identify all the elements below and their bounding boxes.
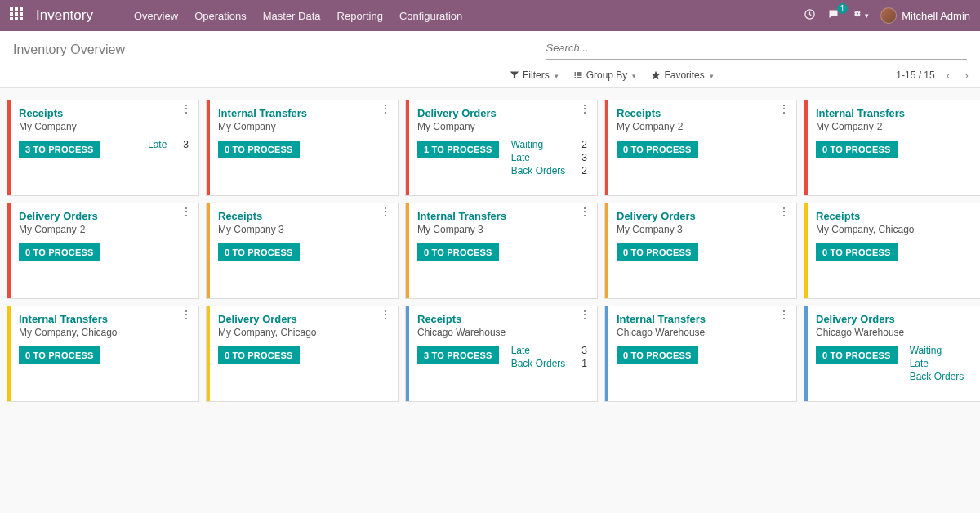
- card-body: ⋮ReceiptsMy Company3 TO PROCESSLate3: [11, 100, 198, 195]
- kanban-card[interactable]: ⋮Delivery OrdersMy Company 30 TO PROCESS: [604, 203, 797, 299]
- card-title[interactable]: Receipts: [816, 210, 980, 222]
- card-title[interactable]: Receipts: [617, 107, 788, 119]
- card-stats: Late3Back Orders1: [511, 344, 587, 370]
- menu-master-data[interactable]: Master Data: [255, 10, 329, 22]
- kebab-icon[interactable]: ⋮: [778, 311, 790, 318]
- process-button[interactable]: 1 TO PROCESS: [417, 141, 499, 158]
- menu-configuration[interactable]: Configuration: [391, 10, 470, 22]
- card-title[interactable]: Delivery Orders: [617, 210, 788, 222]
- stat-row[interactable]: Back Orders1: [910, 370, 980, 383]
- card-body: ⋮ReceiptsChicago Warehouse3 TO PROCESSLa…: [409, 306, 597, 401]
- card-subtitle: My Company-2: [816, 121, 980, 132]
- menu-reporting[interactable]: Reporting: [329, 10, 391, 22]
- process-button[interactable]: 0 TO PROCESS: [417, 243, 499, 261]
- topbar-right: 1 ▾ Mitchell Admin: [804, 7, 973, 24]
- chat-icon[interactable]: 1: [827, 8, 840, 23]
- card-title[interactable]: Internal Transfers: [417, 210, 589, 222]
- kanban-card[interactable]: ⋮Delivery OrdersMy Company-20 TO PROCESS: [7, 203, 199, 299]
- card-title[interactable]: Delivery Orders: [816, 313, 980, 325]
- kanban-card[interactable]: ⋮Delivery OrdersMy Company, Chicago0 TO …: [206, 306, 399, 402]
- search-input[interactable]: [546, 40, 967, 56]
- process-button[interactable]: 0 TO PROCESS: [617, 243, 698, 261]
- stat-label: Back Orders: [511, 357, 566, 370]
- card-title[interactable]: Internal Transfers: [218, 107, 390, 119]
- kanban-card[interactable]: ⋮ReceiptsMy Company3 TO PROCESSLate3: [7, 100, 199, 196]
- pager: 1-15 / 15 ‹ ›: [896, 69, 967, 82]
- process-button[interactable]: 0 TO PROCESS: [816, 346, 898, 364]
- kanban-card[interactable]: ⋮Internal TransfersMy Company0 TO PROCES…: [206, 100, 399, 196]
- process-button[interactable]: 0 TO PROCESS: [816, 243, 898, 261]
- menu-operations[interactable]: Operations: [186, 10, 255, 22]
- card-body: ⋮Delivery OrdersMy Company, Chicago0 TO …: [210, 306, 398, 401]
- card-subtitle: Chicago Warehouse: [816, 327, 980, 338]
- process-button[interactable]: 3 TO PROCESS: [19, 141, 100, 158]
- card-title[interactable]: Internal Transfers: [19, 313, 190, 325]
- process-button[interactable]: 0 TO PROCESS: [816, 141, 898, 158]
- kebab-icon[interactable]: ⋮: [180, 208, 192, 215]
- card-title[interactable]: Internal Transfers: [617, 313, 788, 325]
- kanban-card[interactable]: ⋮Delivery OrdersMy Company1 TO PROCESSWa…: [405, 100, 598, 196]
- app-brand[interactable]: Inventory: [36, 7, 93, 24]
- kebab-icon[interactable]: ⋮: [778, 208, 790, 215]
- stat-row[interactable]: Back Orders1: [511, 357, 587, 370]
- stat-row[interactable]: Waiting3: [910, 344, 980, 357]
- kanban-card[interactable]: ⋮Internal TransfersMy Company-20 TO PROC…: [804, 100, 980, 196]
- pager-prev[interactable]: ‹: [943, 69, 954, 82]
- kanban-card[interactable]: ⋮ReceiptsMy Company 30 TO PROCESS: [206, 203, 399, 299]
- stat-label: Late: [511, 344, 530, 357]
- card-title[interactable]: Internal Transfers: [816, 107, 980, 119]
- kanban-card[interactable]: ⋮Internal TransfersMy Company 30 TO PROC…: [405, 203, 598, 299]
- kebab-icon[interactable]: ⋮: [579, 311, 590, 318]
- filters-button[interactable]: Filters: [510, 69, 559, 81]
- process-button[interactable]: 3 TO PROCESS: [417, 346, 499, 364]
- card-body: ⋮ReceiptsMy Company 30 TO PROCESS: [210, 203, 398, 298]
- process-button[interactable]: 0 TO PROCESS: [617, 346, 698, 364]
- stat-row[interactable]: Late3: [511, 151, 587, 164]
- kebab-icon[interactable]: ⋮: [778, 105, 790, 112]
- favorites-label: Favorites: [664, 69, 704, 81]
- stat-value: 2: [581, 164, 587, 177]
- menu-overview[interactable]: Overview: [126, 10, 186, 22]
- favorites-button[interactable]: Favorites: [651, 69, 713, 81]
- kanban-card[interactable]: ⋮Internal TransfersMy Company, Chicago0 …: [7, 306, 199, 402]
- process-button[interactable]: 0 TO PROCESS: [19, 243, 100, 261]
- kebab-icon[interactable]: ⋮: [579, 208, 590, 215]
- process-button[interactable]: 0 TO PROCESS: [218, 243, 300, 261]
- stat-row[interactable]: Waiting2: [511, 138, 587, 151]
- card-title[interactable]: Delivery Orders: [19, 210, 190, 222]
- kebab-icon[interactable]: ⋮: [380, 208, 391, 215]
- kanban-board: ⋮ReceiptsMy Company3 TO PROCESSLate3⋮Int…: [0, 88, 980, 413]
- clock-icon[interactable]: [804, 8, 816, 23]
- card-title[interactable]: Delivery Orders: [218, 313, 390, 325]
- card-title[interactable]: Delivery Orders: [417, 107, 589, 119]
- card-body: ⋮ReceiptsMy Company, Chicago0 TO PROCESS: [808, 203, 980, 298]
- stat-row[interactable]: Late3: [511, 344, 587, 357]
- kanban-card[interactable]: ⋮Delivery OrdersChicago Warehouse0 TO PR…: [804, 306, 980, 402]
- kebab-icon[interactable]: ⋮: [180, 105, 192, 112]
- kebab-icon[interactable]: ⋮: [579, 105, 590, 112]
- user-menu[interactable]: Mitchell Admin: [880, 7, 970, 24]
- process-button[interactable]: 0 TO PROCESS: [218, 346, 300, 364]
- kebab-icon[interactable]: ⋮: [380, 311, 391, 318]
- process-button[interactable]: 0 TO PROCESS: [218, 141, 300, 158]
- kebab-icon[interactable]: ⋮: [180, 311, 192, 318]
- kanban-card[interactable]: ⋮ReceiptsChicago Warehouse3 TO PROCESSLa…: [405, 306, 598, 402]
- card-subtitle: My Company 3: [417, 224, 589, 235]
- card-title[interactable]: Receipts: [218, 210, 390, 222]
- settings-icon[interactable]: ▾: [851, 10, 869, 22]
- kebab-icon[interactable]: ⋮: [380, 105, 391, 112]
- stat-row[interactable]: Late3: [148, 138, 189, 151]
- process-button[interactable]: 0 TO PROCESS: [19, 346, 100, 364]
- search-box[interactable]: [546, 40, 967, 60]
- stat-row[interactable]: Back Orders2: [511, 164, 587, 177]
- card-title[interactable]: Receipts: [19, 107, 190, 119]
- card-title[interactable]: Receipts: [417, 313, 589, 325]
- stat-row[interactable]: Late3: [910, 357, 980, 370]
- kanban-card[interactable]: ⋮Internal TransfersChicago Warehouse0 TO…: [604, 306, 797, 402]
- kanban-card[interactable]: ⋮ReceiptsMy Company, Chicago0 TO PROCESS: [804, 203, 980, 299]
- process-button[interactable]: 0 TO PROCESS: [617, 141, 698, 158]
- kanban-card[interactable]: ⋮ReceiptsMy Company-20 TO PROCESS: [604, 100, 797, 196]
- apps-icon[interactable]: [10, 7, 26, 24]
- groupby-button[interactable]: Group By: [573, 69, 637, 81]
- pager-next[interactable]: ›: [961, 69, 972, 82]
